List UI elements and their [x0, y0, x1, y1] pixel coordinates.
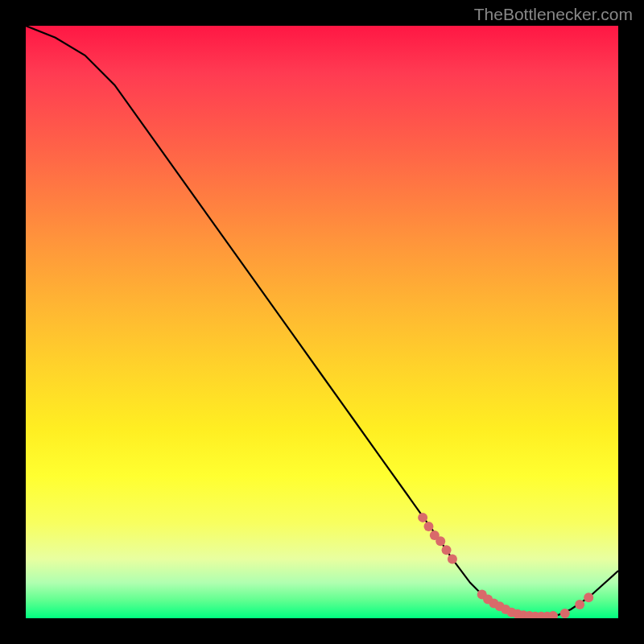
chart-curve — [26, 26, 618, 617]
chart-plot-area — [26, 26, 618, 618]
attribution-text: TheBottlenecker.com — [474, 5, 633, 24]
chart-markers — [418, 513, 593, 618]
marker-point — [548, 611, 558, 618]
marker-point — [418, 513, 427, 522]
marker-point — [560, 609, 570, 618]
marker-point — [575, 600, 584, 609]
marker-point — [436, 536, 445, 546]
marker-point — [448, 554, 457, 564]
marker-point — [442, 545, 452, 555]
marker-point — [584, 592, 593, 602]
chart-svg — [26, 26, 618, 618]
marker-point — [423, 522, 433, 531]
